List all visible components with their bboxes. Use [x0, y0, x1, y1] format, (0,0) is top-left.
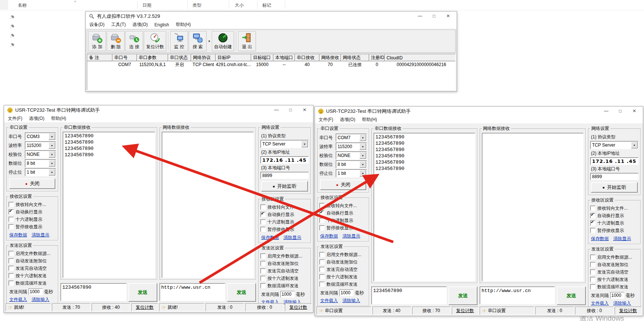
checkbox-row[interactable]: 数据流循环发送: [590, 283, 638, 291]
databits-select[interactable]: 8 bit▼: [25, 159, 56, 167]
net-send-input[interactable]: [160, 283, 226, 301]
checkbox-icon[interactable]: [590, 206, 595, 211]
action-link[interactable]: 清除输入: [342, 298, 360, 304]
chevron-down-icon[interactable]: ▼: [631, 142, 638, 148]
checkbox-icon[interactable]: [590, 228, 595, 233]
maximize-button[interactable]: □: [427, 12, 441, 21]
toolbar-button-search-globe[interactable]: 搜 索: [189, 31, 207, 51]
chevron-down-icon[interactable]: ▼: [49, 151, 55, 158]
close-button[interactable]: ✕: [298, 105, 312, 115]
checkbox-checked-icon[interactable]: [260, 212, 266, 217]
checkbox-row[interactable]: 按十六进制发送: [590, 276, 638, 283]
pushpin-icon[interactable]: [10, 33, 15, 39]
stopbits-select[interactable]: 1 bit▼: [336, 169, 367, 177]
table-cell[interactable]: 00004291000000046216: [385, 61, 456, 68]
menu-item[interactable]: 文件(F): [319, 117, 333, 123]
table-cell[interactable]: 15000: [251, 61, 273, 68]
serial-rx-area[interactable]: 1234567890123456789012345678901234567890…: [374, 133, 475, 281]
checkbox-row[interactable]: 启用文件数据源...: [590, 253, 638, 261]
checkbox-icon[interactable]: [260, 227, 266, 232]
explorer-column-size[interactable]: 大小: [235, 2, 244, 9]
explorer-column-tags[interactable]: 标记: [262, 2, 271, 9]
serial-send-input[interactable]: [60, 283, 126, 301]
toolbar-button-plug[interactable]: 连 接: [125, 31, 143, 51]
local-ip-input[interactable]: 172.16 .11 .45: [590, 157, 638, 165]
checkbox-icon[interactable]: [9, 217, 14, 222]
close-button[interactable]: ✕: [441, 12, 455, 21]
checkbox-icon[interactable]: [319, 218, 325, 223]
menu-item[interactable]: 帮助(H): [362, 117, 377, 123]
checkbox-row[interactable]: 自动发送附加位: [9, 257, 56, 265]
table-cell[interactable]: TCP Client: [191, 61, 216, 68]
menu-item[interactable]: 帮助(H): [51, 115, 66, 122]
chevron-down-icon[interactable]: ▼: [301, 141, 308, 147]
checkbox-row[interactable]: 十六进制显示: [319, 217, 367, 224]
checkbox-icon[interactable]: [260, 219, 266, 225]
chevron-down-icon[interactable]: ▼: [49, 160, 55, 167]
toolbar-dropdown-icon[interactable]: ▼: [208, 40, 211, 43]
send-interval-input[interactable]: [610, 292, 624, 299]
checkbox-row[interactable]: 自动发送附加位: [319, 258, 367, 266]
checkbox-row[interactable]: 自动换行显示: [590, 212, 638, 219]
checkbox-icon[interactable]: [9, 266, 14, 271]
checkbox-row[interactable]: 暂停接收显示: [9, 223, 56, 230]
checkbox-row[interactable]: 自动换行显示: [319, 209, 367, 217]
toolbar-button-reset-counter[interactable]: 复位计数: [144, 31, 166, 51]
checkbox-row[interactable]: 按十六进制发送: [319, 273, 367, 281]
checkbox-icon[interactable]: [590, 255, 595, 260]
checkbox-icon[interactable]: [319, 267, 325, 272]
toolbar-button-device-remove[interactable]: 删 除: [107, 31, 125, 51]
action-link[interactable]: 清除显示: [342, 233, 360, 239]
checkbox-icon[interactable]: [319, 274, 325, 279]
toolbar-button-exit-door[interactable]: 退 出: [238, 31, 256, 51]
stopbits-select[interactable]: 1 bit▼: [25, 168, 56, 176]
checkbox-row[interactable]: 按十六进制发送: [260, 275, 309, 282]
checkbox-icon[interactable]: [260, 283, 266, 288]
reset-count-link[interactable]: 复位计数: [452, 307, 479, 315]
pushpin-icon[interactable]: [10, 15, 15, 20]
protocol-select[interactable]: TCP Server▼: [590, 141, 638, 149]
toolbar-button-device-add[interactable]: 添 加: [88, 31, 106, 51]
checkbox-checked-icon[interactable]: [590, 213, 595, 218]
maximize-button[interactable]: □: [613, 107, 627, 116]
com-port-select[interactable]: COM3▼: [25, 132, 56, 141]
checkbox-row[interactable]: 十六进制显示: [9, 216, 56, 223]
table-row[interactable]: COM7115200,N,8,1开启TCP Client4291.cnsh.io…: [87, 61, 455, 68]
column-separator[interactable]: [187, 1, 188, 9]
table-cell[interactable]: 已连接: [341, 61, 369, 68]
checkbox-row[interactable]: 自动发送附加位: [590, 261, 638, 268]
checkbox-icon[interactable]: [590, 277, 595, 282]
checkbox-icon[interactable]: [9, 224, 14, 229]
column-separator[interactable]: [257, 1, 257, 9]
minimize-button[interactable]: —: [599, 107, 613, 116]
local-port-input[interactable]: 8899: [590, 173, 638, 180]
minimize-button[interactable]: —: [269, 105, 283, 115]
action-link[interactable]: 保存数据: [9, 232, 27, 238]
toolbar-button-radar[interactable]: 自动创建: [212, 31, 234, 51]
serial-rx-area[interactable]: 1234567890123456789012345678901234567890: [63, 132, 155, 278]
checkbox-icon[interactable]: [590, 269, 595, 275]
com-port-select[interactable]: COM7▼: [336, 134, 367, 142]
checkbox-icon[interactable]: [319, 225, 325, 230]
checkbox-icon[interactable]: [260, 253, 266, 259]
net-rx-area[interactable]: [162, 132, 254, 278]
baudrate-select[interactable]: 115200▼: [336, 143, 367, 151]
checkbox-row[interactable]: 自动换行显示: [260, 211, 309, 218]
sort-caret-icon[interactable]: ^: [74, 0, 76, 4]
chevron-down-icon[interactable]: ▼: [359, 161, 366, 168]
net-send-button[interactable]: 发送: [557, 286, 586, 305]
close-port-button[interactable]: ● 关闭: [320, 180, 366, 190]
maximize-button[interactable]: □: [283, 105, 298, 115]
table-cell[interactable]: 70: [319, 61, 341, 68]
pushpin-icon[interactable]: [10, 43, 15, 48]
net-send-input[interactable]: [480, 286, 555, 304]
checkbox-icon[interactable]: [260, 268, 266, 273]
toolbar-button-monitor-satellite[interactable]: 监 控: [170, 31, 188, 51]
checkbox-row[interactable]: 数据流循环发送: [9, 279, 56, 287]
chevron-down-icon[interactable]: ▼: [359, 170, 366, 177]
action-link[interactable]: 保存数据: [320, 233, 338, 239]
menu-item[interactable]: 设备(D): [89, 22, 105, 28]
table-cell[interactable]: COM7: [112, 61, 137, 68]
checkbox-icon[interactable]: [590, 284, 595, 289]
table-cell[interactable]: 0: [369, 61, 385, 68]
